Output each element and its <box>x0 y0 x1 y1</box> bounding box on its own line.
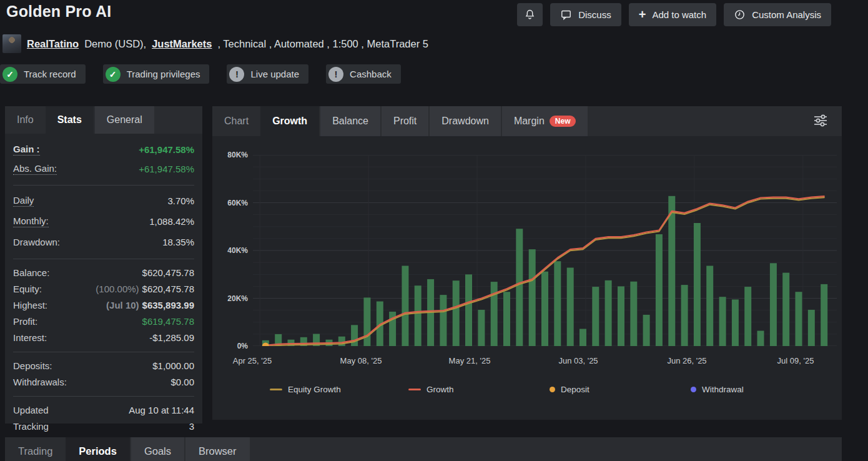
notifications-button[interactable] <box>517 3 543 26</box>
custom-analysis-label: Custom Analysis <box>752 9 821 20</box>
stat-row: Daily 3.70% <box>13 191 194 211</box>
chart-tab-balance[interactable]: Balance <box>320 106 380 136</box>
tab-info[interactable]: Info <box>5 106 46 134</box>
header-actions: Discuss + Add to watch Custom Analysis <box>517 3 831 26</box>
stat-value: +61,947.58% <box>139 164 194 174</box>
bottom-tab-goals[interactable]: Goals <box>131 437 184 461</box>
stat-row: Balance: $620,475.78 <box>13 264 194 280</box>
stat-label: Balance: <box>13 267 49 278</box>
legend-swatch <box>691 387 696 392</box>
check-icon: ✓ <box>2 67 17 82</box>
stat-row: Deposits: $1,000.00 <box>13 357 194 374</box>
account-owner-link[interactable]: RealTatino <box>27 38 79 50</box>
stat-value: -$1,285.09 <box>149 332 194 343</box>
chart-tab-margin[interactable]: MarginNew <box>502 106 588 136</box>
badge-label: Cashback <box>350 69 392 79</box>
stat-label: Tracking <box>13 421 49 432</box>
badge-live-update[interactable]: ! Live update <box>227 64 308 84</box>
chat-icon <box>560 9 572 21</box>
x-tick-label: May 21, '25 <box>449 356 491 365</box>
stat-row: Abs. Gain: +61,947.58% <box>13 159 194 179</box>
page-title: Golden Pro AI <box>6 2 111 21</box>
legend-item-equity-growth[interactable]: Equity Growth <box>270 385 341 394</box>
stat-label: Deposits: <box>13 360 52 371</box>
stat-row: Highest: (Jul 10)$635,893.99 <box>13 297 194 313</box>
stat-label: Drawdown: <box>13 237 60 247</box>
add-to-watch-button[interactable]: + Add to watch <box>629 3 716 26</box>
bottom-tab-browser[interactable]: Browser <box>185 437 250 461</box>
stat-label[interactable]: Daily <box>13 195 34 207</box>
stat-row: Tracking 3 <box>13 418 194 434</box>
x-tick-label: Apr 25, '25 <box>233 356 272 365</box>
x-tick-label: Jun 03, '25 <box>558 356 598 365</box>
chart-tab-drawdown[interactable]: Drawdown <box>430 106 501 136</box>
stat-label[interactable]: Gain : <box>13 144 40 156</box>
custom-analysis-button[interactable]: Custom Analysis <box>724 3 831 26</box>
discuss-button[interactable]: Discuss <box>550 3 621 26</box>
exclamation-icon: ! <box>328 67 343 82</box>
sliders-icon <box>813 114 828 129</box>
stat-row: Drawdown: 18.35% <box>13 232 194 252</box>
stat-value: 1,088.42% <box>149 216 194 227</box>
y-tick-label: 80K% <box>212 151 248 159</box>
stat-value: 18.35% <box>162 237 194 247</box>
exclamation-icon: ! <box>229 67 244 82</box>
avatar <box>2 34 21 53</box>
x-tick-label: Jun 26, '25 <box>667 356 706 365</box>
chart-legend: Equity Growth Growth Deposit Withdrawal <box>212 385 842 400</box>
badge-label: Track record <box>24 69 76 79</box>
badge-cashback[interactable]: ! Cashback <box>326 64 401 84</box>
stat-group: Balance: $620,475.78 Equity: (100.00%)$6… <box>13 259 194 352</box>
chart-tab-growth[interactable]: Growth <box>260 106 319 136</box>
bottom-tab-trading[interactable]: Trading <box>5 437 66 461</box>
legend-item-withdrawal[interactable]: Withdrawal <box>691 385 744 394</box>
badge-trading-privileges[interactable]: ✓ Trading privileges <box>103 64 210 84</box>
chart-tab-profit[interactable]: Profit <box>382 106 428 136</box>
broker-link[interactable]: JustMarkets <box>152 38 212 50</box>
stats-list: Gain : +61,947.58% Abs. Gain: +61,947.58… <box>5 134 202 440</box>
stat-value: (100.00%)$620,475.78 <box>96 284 194 294</box>
badge-label: Trading privileges <box>127 69 200 79</box>
stat-label[interactable]: Abs. Gain: <box>13 163 57 175</box>
tab-stats[interactable]: Stats <box>46 106 94 134</box>
x-tick-label: May 08, '25 <box>340 356 382 365</box>
legend-item-growth[interactable]: Growth <box>408 385 454 394</box>
stat-group: Daily 3.70% Monthly: 1,088.42% Drawdown:… <box>13 186 194 259</box>
bell-icon <box>524 8 536 21</box>
account-type: Demo (USD), <box>84 38 146 50</box>
stat-row: Gain : +61,947.58% <box>13 140 194 159</box>
add-to-watch-label: Add to watch <box>652 9 706 20</box>
x-axis-labels: Apr 25, '25May 08, '25May 21, '25Jun 03,… <box>253 356 837 369</box>
stat-group: Updated Aug 10 at 11:44 Tracking 3 <box>13 397 194 440</box>
chart-tab-chart[interactable]: Chart <box>212 106 260 136</box>
badge-track-record[interactable]: ✓ Track record <box>0 64 86 84</box>
legend-swatch <box>550 387 555 392</box>
stats-panel-tabs: Info Stats General <box>5 106 202 134</box>
stat-value: $0.00 <box>170 377 194 387</box>
plot-area[interactable] <box>253 155 837 346</box>
stat-group: Gain : +61,947.58% Abs. Gain: +61,947.58… <box>13 135 194 186</box>
y-axis-labels: 0%20K%40K%60K%80K% <box>212 155 248 346</box>
y-tick-label: 20K% <box>212 294 248 303</box>
account-info-row: RealTatino Demo (USD), JustMarkets , Tec… <box>2 34 428 53</box>
chart-settings-button[interactable] <box>799 106 842 136</box>
stat-group: Deposits: $1,000.00 Withdrawals: $0.00 <box>13 352 194 397</box>
bottom-tab-periods[interactable]: Periods <box>66 437 130 461</box>
stat-row: Monthly: 1,088.42% <box>13 211 194 232</box>
legend-item-deposit[interactable]: Deposit <box>550 385 589 394</box>
growth-chart: 0%20K%40K%60K%80K% Apr 25, '25May 08, '2… <box>212 136 842 420</box>
stat-label: Profit: <box>13 316 37 327</box>
y-tick-label: 0% <box>212 342 248 350</box>
stat-label: Interest: <box>13 332 47 343</box>
verification-badges: ✓ Track record ✓ Trading privileges ! Li… <box>0 64 401 84</box>
plus-icon: + <box>639 8 646 21</box>
stat-label: Highest: <box>13 300 47 310</box>
check-icon: ✓ <box>106 67 121 82</box>
stat-row: Profit: $619,475.78 <box>13 313 194 329</box>
tab-general[interactable]: General <box>95 106 154 134</box>
y-tick-label: 60K% <box>212 199 248 207</box>
bottom-tabs: Trading Periods Goals Browser <box>5 437 842 461</box>
stat-label[interactable]: Monthly: <box>13 216 49 227</box>
legend-swatch <box>408 389 421 390</box>
y-tick-label: 40K% <box>212 246 248 255</box>
